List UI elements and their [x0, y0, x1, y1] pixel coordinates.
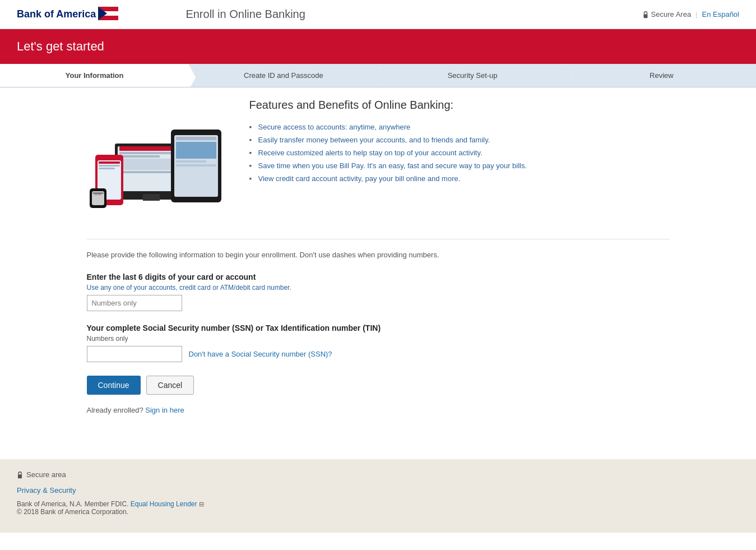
- footer-lock-icon: [17, 471, 23, 479]
- step-review[interactable]: Review: [567, 64, 756, 87]
- header-right: Secure Area | En Español: [642, 10, 739, 19]
- hero-headline: Let's get started: [17, 39, 739, 54]
- already-enrolled: Already enrolled? Sign in here: [87, 406, 670, 414]
- devices-mock: 12:00: [87, 99, 233, 211]
- card-form-group: Enter the last 6 digits of your card or …: [87, 272, 670, 311]
- equal-housing-link[interactable]: Equal Housing Lender: [131, 500, 197, 508]
- ssn-field-hint: Numbers only: [87, 335, 670, 343]
- card-number-input[interactable]: [87, 295, 182, 311]
- step-create-id[interactable]: Create ID and Passcode: [189, 64, 378, 87]
- logo-text: Bank of America: [17, 8, 96, 20]
- card-field-label: Enter the last 6 digits of your card or …: [87, 272, 670, 281]
- footer-secure: Secure area: [17, 470, 739, 479]
- monitor-stand: [143, 194, 160, 201]
- lock-icon: [642, 11, 649, 19]
- logo-flag-icon: [98, 7, 118, 22]
- button-row: Continue Cancel: [87, 376, 670, 395]
- feature-item-1: Secure access to accounts: anytime, anyw…: [249, 121, 670, 133]
- footer: Secure area Privacy & Security Bank of A…: [0, 459, 756, 533]
- feature-item-2: Easily transfer money between your accou…: [249, 133, 670, 146]
- form-section: Please provide the following information…: [87, 239, 670, 414]
- tablet-screen: [174, 135, 218, 197]
- devices-image: 12:00: [87, 99, 233, 211]
- steps-bar: Your Information Create ID and Passcode …: [0, 64, 756, 87]
- already-enrolled-text: Already enrolled?: [87, 406, 143, 414]
- continue-button[interactable]: Continue: [87, 376, 141, 395]
- tablet-mock: [171, 130, 221, 202]
- footer-copyright: Bank of America, N.A. Member FDIC. Equal…: [17, 500, 739, 516]
- feature-item-4: Save time when you use Bill Pay. It's an…: [249, 159, 670, 172]
- main-content: 12:00 Features and Benefits of Online Ba…: [70, 87, 687, 437]
- header-divider: |: [695, 10, 697, 19]
- features-section: 12:00 Features and Benefits of Online Ba…: [87, 99, 670, 222]
- step-your-information[interactable]: Your Information: [0, 64, 189, 87]
- footer-secure-label: Secure area: [26, 470, 66, 479]
- features-title: Features and Benefits of Online Banking:: [249, 99, 670, 112]
- sign-in-link[interactable]: Sign in here: [145, 406, 184, 414]
- secure-area-label: Secure Area: [651, 10, 692, 19]
- language-link[interactable]: En Español: [702, 10, 740, 19]
- hero-banner: Let's get started: [0, 29, 756, 64]
- watch-mock: 12:00: [90, 188, 106, 208]
- feature-item-5: View credit card account activity, pay y…: [249, 172, 670, 185]
- no-ssn-link[interactable]: Don't have a Social Security number (SSN…: [189, 350, 332, 358]
- feature-item-3: Receive customized alerts to help stay o…: [249, 146, 670, 159]
- ssn-form-group: Your complete Social Security number (SS…: [87, 323, 670, 362]
- secure-area-link[interactable]: Secure Area: [642, 10, 692, 19]
- logo: Bank of America: [17, 7, 118, 22]
- svg-rect-5: [18, 474, 22, 478]
- footer-copyright-line1: Bank of America, N.A. Member FDIC.: [17, 500, 128, 508]
- step-security-setup[interactable]: Security Set-up: [378, 64, 567, 87]
- privacy-security-link[interactable]: Privacy & Security: [17, 486, 76, 494]
- footer-copyright-line2: © 2018 Bank of America Corporation.: [17, 508, 128, 516]
- form-intro: Please provide the following information…: [87, 251, 670, 259]
- cancel-button[interactable]: Cancel: [146, 376, 194, 395]
- ssn-field-label: Your complete Social Security number (SS…: [87, 323, 670, 332]
- header: Bank of America Enroll in Online Banking…: [0, 0, 756, 29]
- ssn-input[interactable]: [87, 346, 182, 362]
- ssn-form-row: Don't have a Social Security number (SSN…: [87, 346, 670, 362]
- card-sub-label: Use any one of your accounts, credit car…: [87, 284, 670, 292]
- footer-links: Privacy & Security: [17, 486, 739, 494]
- watch-screen: 12:00: [92, 191, 104, 205]
- svg-rect-4: [643, 14, 647, 18]
- equal-housing-icon: ⊟: [199, 501, 204, 507]
- features-text: Features and Benefits of Online Banking:…: [249, 99, 670, 211]
- features-list: Secure access to accounts: anytime, anyw…: [249, 121, 670, 185]
- page-title: Enroll in Online Banking: [185, 8, 305, 21]
